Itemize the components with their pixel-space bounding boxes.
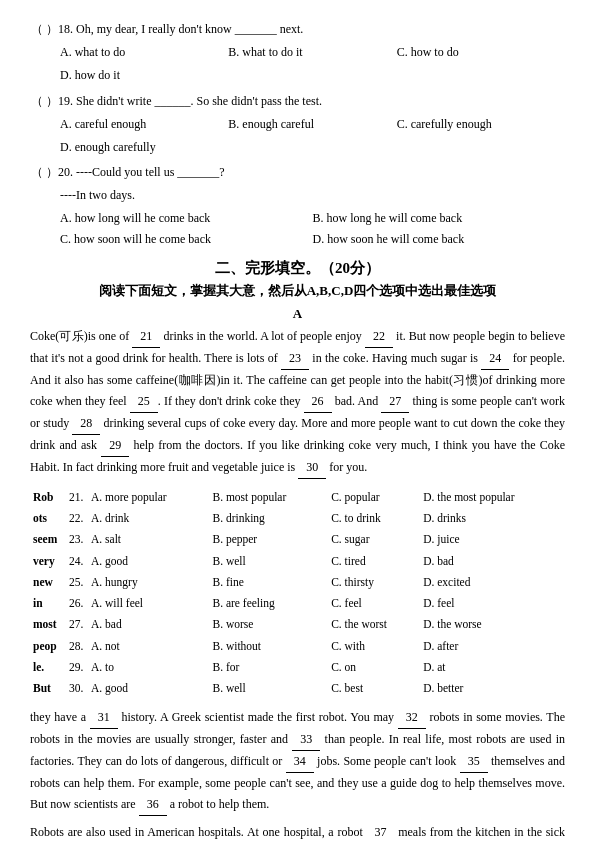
q-num-28: 28.	[66, 636, 88, 657]
blank-24: 24	[481, 348, 509, 370]
row-label-rob: Rob	[30, 487, 66, 508]
opt-22a: A. drink	[88, 508, 209, 529]
blank-33: 33	[292, 729, 320, 751]
q20-optC: C. how soon will he come back	[60, 230, 313, 249]
q19-optD: D. enough carefully	[60, 138, 565, 157]
opt-22c: C. to drink	[328, 508, 420, 529]
opt-24d: D. bad	[420, 551, 565, 572]
opt-28c: C. with	[328, 636, 420, 657]
table-row-21: Rob 21. A. more popular B. most popular …	[30, 487, 565, 508]
q19-optB: B. enough careful	[228, 115, 396, 134]
section2-title: 二、完形填空。（20分）	[30, 259, 565, 278]
opt-23a: A. salt	[88, 529, 209, 550]
table-row-29: le. 29. A. to B. for C. on D. at	[30, 657, 565, 678]
table-row-28: peop 28. A. not B. without C. with D. af…	[30, 636, 565, 657]
opt-21a: A. more popular	[88, 487, 209, 508]
opt-27c: C. the worst	[328, 614, 420, 635]
row-label-in: in	[30, 593, 66, 614]
opt-21d: D. the most popular	[420, 487, 565, 508]
section2-subtitle: 阅读下面短文，掌握其大意，然后从A,B,C,D四个选项中选出最佳选项	[30, 282, 565, 300]
opt-30a: A. good	[88, 678, 209, 699]
blank-32: 32	[398, 707, 426, 729]
opt-28a: A. not	[88, 636, 209, 657]
passage-b-text2: Robots are also used in American hospita…	[30, 822, 565, 842]
row-label-le: le.	[30, 657, 66, 678]
q20-options: A. how long will he come back B. how lon…	[30, 209, 565, 249]
passage-b-text: they have a 31 history. A Greek scientis…	[30, 707, 565, 816]
q20-sub: ----In two days.	[30, 186, 565, 205]
q-num-26: 26.	[66, 593, 88, 614]
row-label-peop: peop	[30, 636, 66, 657]
passage-a-title: A	[30, 306, 565, 322]
opt-22b: B. drinking	[209, 508, 328, 529]
blank-21: 21	[132, 326, 160, 348]
q18-optA: A. what to do	[60, 43, 228, 62]
q18-optB: B. what to do it	[228, 43, 396, 62]
opt-27a: A. bad	[88, 614, 209, 635]
opt-25a: A. hungry	[88, 572, 209, 593]
table-row-27: most 27. A. bad B. worse C. the worst D.…	[30, 614, 565, 635]
row-label-but: But	[30, 678, 66, 699]
opt-24b: B. well	[209, 551, 328, 572]
opt-27b: B. worse	[209, 614, 328, 635]
opt-23c: C. sugar	[328, 529, 420, 550]
table-row-26: in 26. A. will feel B. are feeling C. fe…	[30, 593, 565, 614]
row-label-seem: seem	[30, 529, 66, 550]
answer-table-a: Rob 21. A. more popular B. most popular …	[30, 487, 565, 700]
passage-a-text: Coke(可乐)is one of 21 drinks in the world…	[30, 326, 565, 479]
q-num-24: 24.	[66, 551, 88, 572]
q18-optD: D. how do it	[60, 66, 565, 85]
blank-31: 31	[90, 707, 118, 729]
row-label-ots: ots	[30, 508, 66, 529]
opt-23d: D. juice	[420, 529, 565, 550]
opt-27d: D. the worse	[420, 614, 565, 635]
blank-27: 27	[381, 391, 409, 413]
opt-26c: C. feel	[328, 593, 420, 614]
q18-text: 18. Oh, my dear, I really don't know ___…	[58, 20, 565, 39]
q19-optA: A. careful enough	[60, 115, 228, 134]
blank-34: 34	[286, 751, 314, 773]
opt-22d: D. drinks	[420, 508, 565, 529]
table-row-30: But 30. A. good B. well C. best D. bette…	[30, 678, 565, 699]
question-19: （ ） 19. She didn't write ______. So she …	[30, 92, 565, 111]
opt-29d: D. at	[420, 657, 565, 678]
q-num-30: 30.	[66, 678, 88, 699]
opt-30d: D. better	[420, 678, 565, 699]
question-20: （ ） 20. ----Could you tell us _______?	[30, 163, 565, 182]
q19-text: 19. She didn't write ______. So she didn…	[58, 92, 565, 111]
opt-26b: B. are feeling	[209, 593, 328, 614]
q-num-27: 27.	[66, 614, 88, 635]
opt-23b: B. pepper	[209, 529, 328, 550]
opt-28b: B. without	[209, 636, 328, 657]
opt-25c: C. thirsty	[328, 572, 420, 593]
row-label-very: very	[30, 551, 66, 572]
q19-optC: C. carefully enough	[397, 115, 565, 134]
opt-25d: D. excited	[420, 572, 565, 593]
q18-options: A. what to do B. what to do it C. how to…	[30, 43, 565, 85]
question-18: （ ） 18. Oh, my dear, I really don't know…	[30, 20, 565, 39]
q20-optA: A. how long will he come back	[60, 209, 313, 228]
blank-28: 28	[72, 413, 100, 435]
blank-36: 36	[139, 794, 167, 816]
opt-26d: D. feel	[420, 593, 565, 614]
paren-18: （ ）	[30, 20, 58, 39]
row-label-new: new	[30, 572, 66, 593]
q18-optC: C. how to do	[397, 43, 565, 62]
opt-25b: B. fine	[209, 572, 328, 593]
q19-options: A. careful enough B. enough careful C. c…	[30, 115, 565, 157]
blank-37: 37	[366, 822, 394, 842]
opt-24a: A. good	[88, 551, 209, 572]
opt-21b: B. most popular	[209, 487, 328, 508]
blank-23: 23	[281, 348, 309, 370]
blank-22: 22	[365, 326, 393, 348]
row-label-most: most	[30, 614, 66, 635]
table-row-23: seem 23. A. salt B. pepper C. sugar D. j…	[30, 529, 565, 550]
opt-29a: A. to	[88, 657, 209, 678]
q20-optB: B. how long he will come back	[313, 209, 566, 228]
q-num-22: 22.	[66, 508, 88, 529]
table-row-24: very 24. A. good B. well C. tired D. bad	[30, 551, 565, 572]
paren-20: （ ）	[30, 163, 58, 182]
page-content: （ ） 18. Oh, my dear, I really don't know…	[30, 20, 565, 842]
q-num-25: 25.	[66, 572, 88, 593]
paren-19: （ ）	[30, 92, 58, 111]
